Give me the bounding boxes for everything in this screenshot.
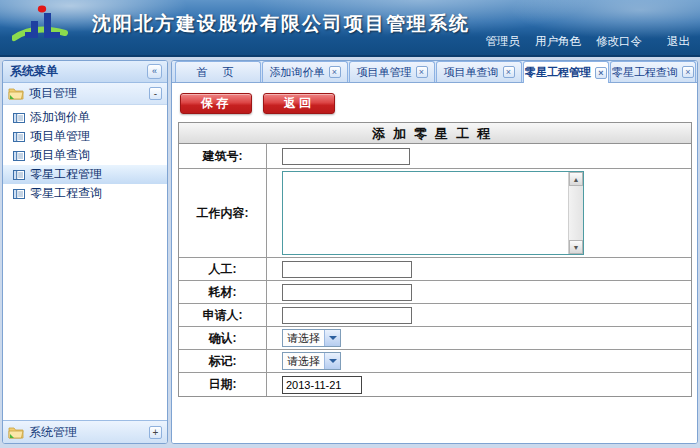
top-menu: 管理员用户角色修改口令退出	[486, 34, 691, 49]
sidebar-item-project-order-mgmt[interactable]: 项目单管理	[3, 127, 167, 146]
sidebar-group-system[interactable]: 系统管理 +	[3, 420, 167, 443]
sidebar-item-add-inquiry[interactable]: 添加询价单	[3, 108, 167, 127]
sidebar-group-project[interactable]: 项目管理 -	[3, 83, 167, 105]
back-button[interactable]: 返回	[263, 93, 335, 114]
form-row-work-content: 工作内容:▲▼	[179, 169, 691, 258]
add-misc-project-form: 添加零星工程 建筑号:工作内容:▲▼人工:耗材:申请人:确认:请选择标记:请选择…	[178, 122, 692, 397]
form-rows: 建筑号:工作内容:▲▼人工:耗材:申请人:确认:请选择标记:请选择日期:	[179, 144, 691, 396]
form-row-confirm: 确认:请选择	[179, 327, 691, 350]
folder-icon	[8, 426, 24, 439]
field-label-building-no: 建筑号:	[179, 144, 267, 168]
sidebar-collapse-icon[interactable]: «	[147, 64, 162, 79]
tab-misc-project-query[interactable]: 零星工程查询×	[610, 61, 696, 82]
field-input-date[interactable]	[282, 376, 362, 394]
tab-close-icon[interactable]: ×	[416, 66, 428, 78]
field-input-consumables[interactable]	[282, 284, 412, 301]
sidebar-title: 系统菜单	[10, 63, 147, 80]
field-textarea-work-content[interactable]: ▲▼	[282, 171, 584, 255]
toolbar: 保存 返回	[172, 83, 697, 114]
app-header: 沈阳北方建设股份有限公司项目管理系统 管理员用户角色修改口令退出	[0, 0, 700, 57]
tab-home[interactable]: 首 页	[175, 61, 261, 82]
app-title: 沈阳北方建设股份有限公司项目管理系统	[92, 11, 470, 37]
sidebar-item-misc-project-mgmt[interactable]: 零星工程管理	[3, 165, 167, 184]
tab-project-order-query[interactable]: 项目单查询×	[436, 61, 522, 82]
main-panel: 首 页添加询价单×项目单管理×项目单查询×零星工程管理×零星工程查询× 保存 返…	[171, 60, 698, 444]
scroll-down-icon[interactable]: ▼	[569, 240, 583, 254]
form-row-date: 日期:	[179, 373, 691, 396]
content-area: 保存 返回 添加零星工程 建筑号:工作内容:▲▼人工:耗材:申请人:确认:请选择…	[172, 83, 697, 443]
tab-close-icon[interactable]: ×	[329, 66, 341, 78]
save-button[interactable]: 保存	[180, 93, 252, 114]
textarea-scrollbar[interactable]: ▲▼	[568, 172, 583, 254]
form-icon	[13, 112, 25, 124]
field-input-building-no[interactable]	[282, 148, 410, 165]
collapse-minus-icon[interactable]: -	[149, 87, 162, 100]
tab-close-icon[interactable]: ×	[595, 67, 607, 79]
sidebar-item-misc-project-query[interactable]: 零星工程查询	[3, 184, 167, 203]
field-label-mark: 标记:	[179, 350, 267, 372]
tab-project-order-mgmt[interactable]: 项目单管理×	[349, 61, 435, 82]
form-row-consumables: 耗材:	[179, 281, 691, 304]
scroll-up-icon[interactable]: ▲	[569, 172, 583, 186]
form-title: 添加零星工程	[179, 123, 691, 144]
tab-misc-project-mgmt[interactable]: 零星工程管理×	[523, 61, 609, 83]
form-icon	[13, 188, 25, 200]
field-input-labor[interactable]	[282, 261, 412, 278]
field-input-applicant[interactable]	[282, 307, 412, 324]
form-row-building-no: 建筑号:	[179, 144, 691, 169]
sidebar-group-label: 系统管理	[29, 424, 144, 441]
sidebar-group-label: 项目管理	[29, 85, 144, 102]
expand-plus-icon[interactable]: +	[149, 426, 162, 439]
form-row-labor: 人工:	[179, 258, 691, 281]
field-select-mark[interactable]: 请选择	[282, 352, 341, 370]
menu-change-password[interactable]: 修改口令	[596, 34, 642, 49]
tab-bar: 首 页添加询价单×项目单管理×项目单查询×零星工程管理×零星工程查询×	[172, 61, 697, 83]
form-icon	[13, 169, 25, 181]
field-label-date: 日期:	[179, 373, 267, 396]
company-logo-icon	[12, 4, 68, 54]
field-label-applicant: 申请人:	[179, 304, 267, 326]
menu-logout[interactable]: 退出	[667, 34, 690, 49]
dropdown-arrow-icon[interactable]	[324, 330, 340, 346]
field-select-confirm[interactable]: 请选择	[282, 329, 341, 347]
sidebar-item-project-order-query[interactable]: 项目单查询	[3, 146, 167, 165]
tab-close-icon[interactable]: ×	[503, 66, 515, 78]
sidebar-header: 系统菜单 «	[3, 61, 167, 83]
form-row-mark: 标记:请选择	[179, 350, 691, 373]
menu-admin[interactable]: 管理员	[486, 34, 521, 49]
tab-close-icon[interactable]: ×	[682, 66, 694, 78]
sidebar: 系统菜单 « 项目管理 - 添加询价单项目单管理项目单查询零星工程管理零星工程查…	[2, 60, 168, 444]
dropdown-arrow-icon[interactable]	[324, 353, 340, 369]
menu-user-role[interactable]: 用户角色	[535, 34, 581, 49]
folder-icon	[8, 87, 24, 100]
sidebar-tree: 添加询价单项目单管理项目单查询零星工程管理零星工程查询	[3, 105, 167, 203]
field-label-confirm: 确认:	[179, 327, 267, 349]
field-label-consumables: 耗材:	[179, 281, 267, 303]
field-label-labor: 人工:	[179, 258, 267, 280]
tab-add-inquiry[interactable]: 添加询价单×	[262, 61, 348, 82]
form-row-applicant: 申请人:	[179, 304, 691, 327]
field-label-work-content: 工作内容:	[179, 169, 267, 257]
form-icon	[13, 131, 25, 143]
form-icon	[13, 150, 25, 162]
